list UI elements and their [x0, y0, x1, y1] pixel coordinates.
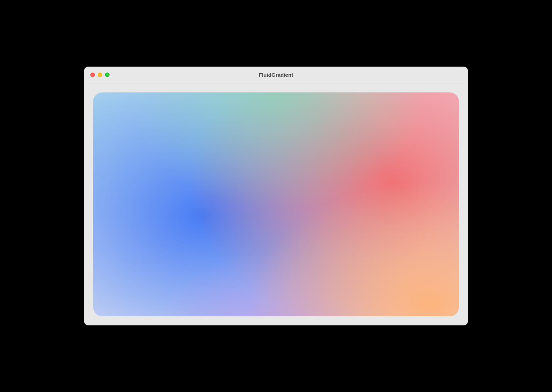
minimize-icon[interactable] [98, 73, 102, 77]
window-title: FluidGradient [259, 72, 293, 78]
window-titlebar[interactable]: FluidGradient [84, 67, 468, 83]
fluid-gradient-canvas [93, 92, 459, 316]
traffic-lights [90, 67, 110, 83]
desktop-background: FluidGradient [0, 0, 552, 392]
zoom-icon[interactable] [105, 73, 110, 77]
close-icon[interactable] [90, 73, 95, 77]
window-content [84, 83, 468, 325]
app-window: FluidGradient [84, 67, 468, 325]
